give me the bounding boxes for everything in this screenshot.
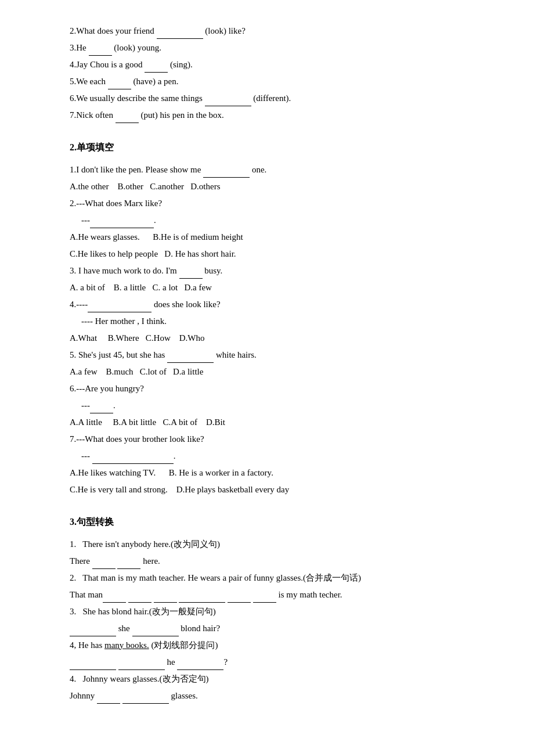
- question-2-3: 4.Jay Chou is a good (sing).: [70, 57, 464, 73]
- sc-q7-blank: --- .: [70, 448, 464, 464]
- st-q2: 2. That man is my math teacher. He wears…: [70, 570, 464, 586]
- question-2-2: 3.He (look) young.: [70, 40, 464, 56]
- st-q4b-answer: Johnny glasses.: [70, 688, 464, 704]
- st-q4b: 4. Johnny wears glasses.(改为否定句): [70, 671, 464, 687]
- blank-sc-4: [88, 303, 151, 312]
- section-title-single-choice: 2.单项填空: [70, 139, 464, 156]
- sc-q5-options: A.a few B.much C.lot of D.a little: [70, 364, 464, 380]
- sc-q4: 4.---- does she look like?: [70, 297, 464, 312]
- fill-blank-section: 2.What does your friend (look) like? 3.H…: [70, 23, 464, 123]
- blank-st-2c: [154, 593, 177, 603]
- blank-st-2b: [128, 593, 151, 603]
- sc-q6-blank: ---.: [70, 398, 464, 413]
- sc-q1-options: A.the other B.other C.another D.others: [70, 179, 464, 195]
- st-q4a: 4, He has many books. (对划线部分提问): [70, 638, 464, 653]
- page-content: 2.What does your friend (look) like? 3.H…: [70, 23, 464, 704]
- blank-2-6: [116, 114, 139, 123]
- st-q3: 3. She has blond hair.(改为一般疑问句): [70, 604, 464, 620]
- st-q3-answer: she blond hair?: [70, 621, 464, 636]
- sc-q7: 7.---What does your brother look like?: [70, 431, 464, 447]
- sc-q2: 2.---What does Marx like?: [70, 196, 464, 211]
- sc-q2-opt2: C.He likes to help people D. He has shor…: [70, 246, 464, 262]
- blank-2-5: [205, 97, 251, 106]
- sc-q7-opt2: C.He is very tall and strong. D.He plays…: [70, 482, 464, 498]
- blank-st-4b: [118, 661, 165, 670]
- blank-2-2: [89, 46, 112, 56]
- blank-sc-7: [92, 455, 174, 464]
- blank-st-2d: [179, 593, 225, 603]
- blank-st-5a: [97, 694, 120, 704]
- st-q1-answer: There here.: [70, 553, 464, 569]
- section-title-transform: 3.句型转换: [70, 514, 464, 531]
- question-2-6: 7.Nick often (put) his pen in the box.: [70, 107, 464, 123]
- sc-q2-blank: ---.: [70, 213, 464, 228]
- blank-st-5b: [122, 694, 169, 704]
- blank-2-1: [157, 30, 203, 39]
- sc-q7-opt1: A.He likes watching TV. B. He is a worke…: [70, 465, 464, 481]
- sc-q6-options: A.A little B.A bit little C.A bit of D.B…: [70, 415, 464, 430]
- blank-sc-2: [90, 219, 154, 228]
- blank-st-2f: [253, 593, 276, 603]
- question-2-5: 6.We usually describe the same things (d…: [70, 91, 464, 106]
- st-q4a-answer: he ?: [70, 654, 464, 670]
- question-2-4: 5.We each (have) a pen.: [70, 74, 464, 89]
- sentence-transform-section: 3.句型转换 1. There isn't anybody here.(改为同义…: [70, 514, 464, 704]
- sc-q4-options: A.What B.Where C.How D.Who: [70, 330, 464, 346]
- sc-q3: 3. I have much work to do. I'm busy.: [70, 263, 464, 279]
- sc-q2-opt1: A.He wears glasses. B.He is of medium he…: [70, 229, 464, 245]
- sc-q1: 1.I don't like the pen. Please show me o…: [70, 162, 464, 178]
- st-q2-answer: That man is my math techer.: [70, 587, 464, 603]
- single-choice-section: 2.单项填空 1.I don't like the pen. Please sh…: [70, 139, 464, 498]
- sc-q3-options: A. a bit of B. a little C. a lot D.a few: [70, 280, 464, 296]
- blank-2-3: [145, 63, 168, 73]
- blank-st-1b: [117, 560, 140, 569]
- blank-sc-1: [203, 168, 250, 178]
- sc-q5: 5. She's just 45, but she has white hair…: [70, 347, 464, 363]
- sc-q4-answer: ---- Her mother , I think.: [70, 314, 464, 329]
- blank-st-1a: [92, 560, 116, 569]
- blank-st-2a: [103, 593, 126, 603]
- blank-sc-3: [179, 269, 203, 279]
- sc-q6: 6.---Are you hungry?: [70, 381, 464, 397]
- blank-sc-5: [167, 354, 214, 363]
- blank-sc-6: [90, 404, 113, 413]
- question-2-1: 2.What does your friend (look) like?: [70, 23, 464, 39]
- st-q1: 1. There isn't anybody here.(改为同义句): [70, 537, 464, 552]
- blank-st-4c: [177, 661, 223, 670]
- blank-st-2e: [228, 593, 251, 603]
- blank-st-3b: [132, 627, 179, 636]
- underline-text: many books.: [104, 640, 149, 650]
- blank-st-3a: [70, 627, 116, 636]
- blank-2-4: [108, 80, 131, 89]
- blank-st-4a: [70, 661, 116, 670]
